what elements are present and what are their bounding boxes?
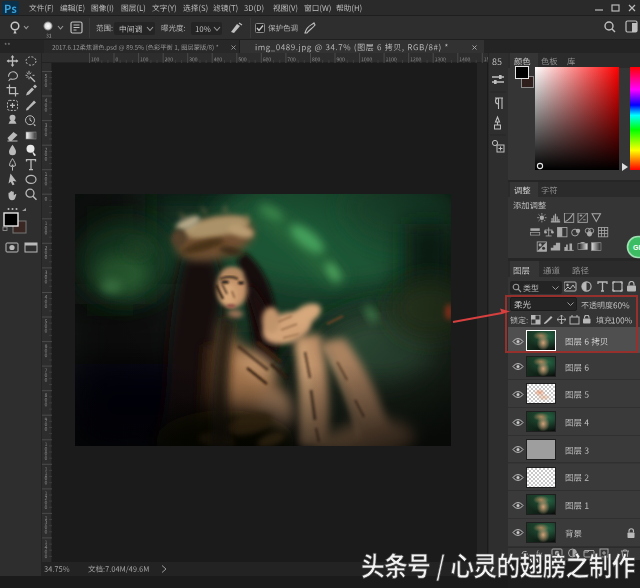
svg-text:GI: GI	[633, 244, 640, 251]
